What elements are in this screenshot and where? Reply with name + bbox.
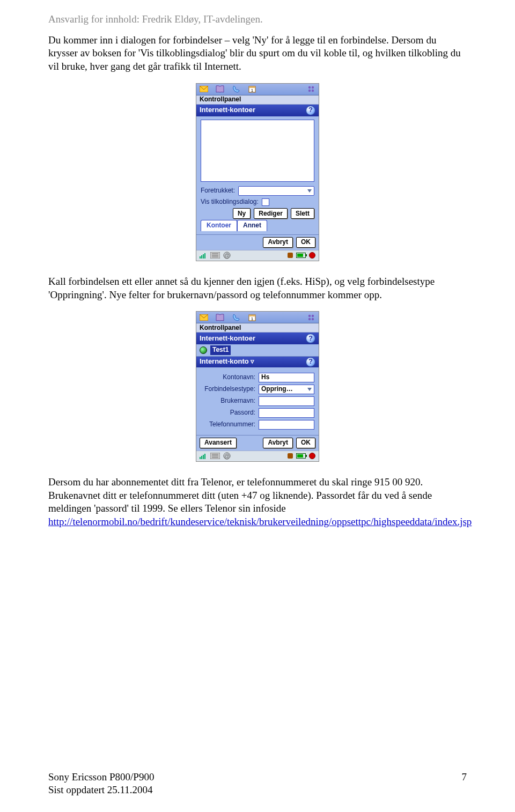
sub-title-bar[interactable]: Internett-konto ▿ ? [196,357,319,367]
passord-input[interactable] [259,408,314,418]
telefon-label: Telefonnummer: [201,420,255,429]
apps-icon[interactable] [307,85,315,93]
book-icon[interactable] [216,313,224,322]
help-icon[interactable]: ? [306,357,315,367]
telenor-link[interactable]: http://telenormobil.no/bedrift/kundeserv… [48,516,472,527]
svg-point-4 [308,86,311,88]
account-item-row[interactable]: Test1 [196,344,319,357]
apps-icon[interactable] [307,313,315,322]
calendar-icon[interactable]: 1 [248,313,256,322]
speaker-icon[interactable] [288,453,293,459]
svg-text:1: 1 [251,316,254,321]
status-bar-2: @ [196,451,319,461]
svg-point-23 [312,315,314,317]
screenshot-2-wrap: 1 Kontrollpanel Internett-kontoer ? Test… [48,311,467,462]
calendar-icon[interactable]: 1 [248,85,256,93]
sub-title: Internett-konto ▿ [200,357,254,366]
account-item-name: Test1 [210,345,231,355]
globe-icon [200,346,207,354]
screenshot-1-wrap: 1 Kontrollpanel Internett-kontoer ? Fore… [48,83,467,261]
forbindelsestype-value: Oppring… [261,385,293,394]
svg-point-7 [312,90,314,92]
telefon-row: Telefonnummer: [201,420,314,430]
svg-rect-27 [201,456,202,459]
svg-point-6 [308,90,311,92]
signal-icon [200,453,207,459]
brukernavn-label: Brukernavn: [201,397,255,405]
paragraph-1: Du kommer inn i dialogen for forbindelse… [48,34,467,73]
brukernavn-row: Brukernavn: [201,396,314,406]
help-icon[interactable]: ? [306,334,315,343]
kontrollpanel-strip-2: Kontrollpanel [196,323,319,333]
ok-button[interactable]: OK [296,237,315,248]
tab-kontoer[interactable]: Kontoer [201,220,237,231]
svg-rect-9 [201,255,202,259]
record-icon[interactable] [309,252,315,259]
responsible-header: Ansvarlig for innhold: Fredrik Eldøy, IT… [48,13,467,26]
accounts-listbox[interactable] [201,120,314,182]
vis-checkbox[interactable] [262,198,269,206]
svg-text:@: @ [224,253,230,259]
brukernavn-input[interactable] [259,396,314,406]
kontonavn-label: Kontonavn: [201,373,255,382]
paragraph-3-text: Dersom du har abonnementet ditt fra Tele… [48,476,432,514]
svg-rect-11 [204,253,205,259]
foretrukket-dropdown[interactable] [238,186,314,196]
page-footer: Sony Ericsson P800/P900 Sist oppdatert 2… [48,771,467,797]
book-icon[interactable] [216,85,224,93]
cancel-button[interactable]: Avbryt [263,237,293,248]
passord-label: Passord: [201,409,255,417]
status-bar-1: @ [196,250,319,261]
phone-icon[interactable] [232,85,240,93]
svg-rect-28 [203,455,204,459]
footer-left: Sony Ericsson P800/P900 Sist oppdatert 2… [48,771,154,797]
svg-point-5 [312,86,314,88]
foretrukket-row: Foretrukket: [201,186,314,196]
svg-text:1: 1 [251,88,254,93]
top-toolbar: 1 [196,84,319,95]
tab-annet[interactable]: Annet [237,220,267,231]
panel-title-bar: Internett-kontoer ? [196,105,319,116]
vis-label: Vis tilkoblingsdialog: [201,198,259,206]
phone-icon[interactable] [232,313,240,322]
foretrukket-label: Foretrukket: [201,187,235,195]
cancel-button[interactable]: Avbryt [263,438,293,448]
mail-icon[interactable] [200,85,208,93]
chevron-down-icon [307,388,312,391]
new-button[interactable]: Ny [233,208,251,219]
svg-rect-10 [203,254,204,259]
record-icon[interactable] [309,453,315,459]
kontonavn-input[interactable]: Hs [259,373,314,382]
device-screenshot-1: 1 Kontrollpanel Internett-kontoer ? Fore… [196,83,319,261]
advanced-button[interactable]: Avansert [200,438,237,448]
form-body: Kontonavn: Hs Forbindelsestype: Oppring…… [196,367,319,435]
forbindelsestype-dropdown[interactable]: Oppring… [259,385,314,394]
paragraph-3: Dersom du har abonnementet ditt fra Tele… [48,476,467,529]
signal-icon [200,252,207,259]
device-screenshot-2: 1 Kontrollpanel Internett-kontoer ? Test… [196,311,319,462]
svg-rect-26 [200,457,201,459]
help-icon[interactable]: ? [306,106,315,115]
keyboard-icon[interactable] [210,252,220,259]
svg-rect-29 [204,454,205,459]
top-toolbar-2: 1 [196,312,319,323]
battery-icon [296,253,306,258]
kontonavn-row: Kontonavn: Hs [201,373,314,382]
edit-button[interactable]: Rediger [254,208,288,219]
delete-button[interactable]: Slett [291,208,314,219]
at-icon[interactable]: @ [223,452,231,460]
vis-row: Vis tilkoblingsdialog: [201,198,314,206]
button-row-1: Ny Rediger Slett [201,208,314,219]
panel-title-2: Internett-kontoer [200,334,255,343]
keyboard-icon[interactable] [210,453,220,459]
svg-text:@: @ [224,453,230,459]
at-icon[interactable]: @ [223,252,231,259]
telefon-input[interactable] [259,420,314,430]
footer-buttons-1: Avbryt OK [196,234,319,250]
mail-icon[interactable] [200,313,208,322]
footer-updated: Sist oppdatert 25.11.2004 [48,784,154,797]
speaker-icon[interactable] [288,253,293,258]
footer-device-name: Sony Ericsson P800/P900 [48,771,154,784]
ok-button[interactable]: OK [296,438,315,448]
paragraph-2: Kall forbindelsen ett eller annet så du … [48,275,467,301]
